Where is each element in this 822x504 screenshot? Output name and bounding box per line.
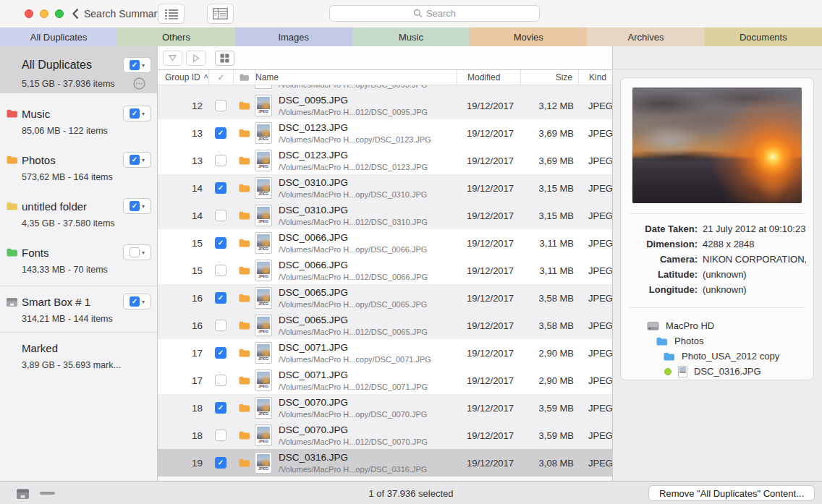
row-checkbox[interactable]: [215, 210, 226, 221]
path-tree-item-photos[interactable]: Photos: [621, 333, 813, 349]
list-view-button[interactable]: [158, 4, 185, 24]
sidebar-item-smart-box-1[interactable]: Smart Box # 1▾314,21 MB - 144 items: [0, 286, 157, 332]
check-cell: [208, 210, 233, 221]
name-cell: JPEGDSC_0071.JPG/Volumes/MacPro H...copy…: [255, 341, 457, 364]
table-row[interactable]: 15JPEGDSC_0066.JPG/Volumes/MacPro H...01…: [158, 257, 612, 284]
folder-cell: [233, 403, 255, 413]
mark-checkbox[interactable]: [130, 201, 140, 211]
file-name: DSC_0071.JPG: [279, 341, 431, 354]
sidebar-item-row: Smart Box # 1▾: [6, 293, 151, 310]
mark-dropdown-control[interactable]: ▾: [123, 294, 151, 309]
mark-checkbox[interactable]: [130, 155, 140, 165]
name-cell: JPEGDSC_0066.JPG/Volumes/MacPro H...opy/…: [255, 231, 457, 255]
path-tree-item-dsc-0316-jpg[interactable]: DSC_0316.JPG: [621, 364, 813, 379]
folder-cell: [233, 183, 255, 193]
minus-icon[interactable]: [40, 492, 55, 495]
tab-archives[interactable]: Archives: [587, 27, 704, 46]
column-header-size[interactable]: Size: [520, 70, 578, 85]
row-checkbox[interactable]: [215, 265, 226, 276]
mark-checkbox[interactable]: [130, 60, 140, 70]
table-row[interactable]: 12JPEGDSC_0095.JPG/Volumes/MacPro H...01…: [158, 92, 612, 119]
mark-dropdown-control[interactable]: ▾: [123, 198, 151, 214]
jpeg-thumbnail-icon: JPEG: [255, 122, 272, 144]
table-row[interactable]: 18JPEGDSC_0070.JPG/Volumes/MacPro H...01…: [158, 422, 612, 449]
table-row[interactable]: 16JPEGDSC_0065.JPG/Volumes/MacPro H...01…: [158, 312, 612, 339]
more-options-button[interactable]: [133, 77, 145, 90]
tab-music[interactable]: Music: [352, 27, 470, 46]
sidebar-item-photos[interactable]: Photos▾573,62 MB - 164 items: [0, 147, 157, 193]
row-checkbox[interactable]: [215, 457, 226, 469]
file-path-tree: MacPro HDPhotosPhoto_USA_2012 copyDSC_03…: [621, 315, 813, 379]
table-row[interactable]: 15JPEGDSC_0066.JPG/Volumes/MacPro H...op…: [158, 229, 612, 257]
table-row[interactable]: 13JPEGDSC_0123.JPG/Volumes/MacPro H...co…: [158, 119, 612, 147]
sidebar-item-untitled-folder[interactable]: untitled folder▾4,35 GB - 37.580 items: [0, 193, 157, 239]
column-header-name[interactable]: Name: [255, 70, 457, 85]
mark-dropdown-control[interactable]: ▾: [123, 152, 151, 168]
mark-checkbox[interactable]: [130, 247, 140, 257]
smart-box-add-icon[interactable]: [16, 487, 30, 500]
column-header-group-id[interactable]: Group ID^: [158, 70, 208, 85]
expand-groups-button[interactable]: [186, 51, 206, 66]
tab-images[interactable]: Images: [235, 27, 352, 46]
sidebar-item-marked[interactable]: Marked3,89 GB - 35.693 mark...: [0, 332, 157, 378]
group-view-button[interactable]: [215, 51, 234, 66]
tab-all-duplicates[interactable]: All Duplicates: [0, 27, 117, 46]
folder-icon: [238, 293, 250, 303]
search-input[interactable]: Search: [329, 5, 540, 22]
table-row[interactable]: 16JPEGDSC_0065.JPG/Volumes/MacPro H...op…: [158, 284, 612, 312]
table-row[interactable]: 14JPEGDSC_0310.JPG/Volumes/MacPro H...01…: [158, 202, 612, 229]
table-row[interactable]: 17JPEGDSC_0071.JPG/Volumes/MacPro H...01…: [158, 367, 612, 394]
column-header-checked[interactable]: ✓: [208, 70, 233, 85]
table-row[interactable]: 12JPEGDSC_0095.JPG/Volumes/MacPro H...op…: [158, 85, 612, 92]
sidebar-item-fonts[interactable]: Fonts▾143,33 MB - 70 items: [0, 239, 157, 286]
detail-view-button[interactable]: [207, 4, 234, 24]
minimize-button[interactable]: [40, 9, 48, 18]
folder-cell: [233, 238, 255, 248]
mark-dropdown-control[interactable]: ▾: [123, 106, 151, 121]
table-row[interactable]: 13JPEGDSC_0123.JPG/Volumes/MacPro H...01…: [158, 147, 612, 174]
name-lines: DSC_0123.JPG/Volumes/MacPro H...012/DSC_…: [279, 149, 428, 172]
row-checkbox[interactable]: [215, 320, 226, 331]
table-row[interactable]: 14JPEGDSC_0310.JPG/Volumes/MacPro H...op…: [158, 174, 612, 202]
path-tree-item-photo-usa-2012-copy[interactable]: Photo_USA_2012 copy: [621, 349, 813, 364]
name-lines: DSC_0065.JPG/Volumes/MacPro H...opy/DSC_…: [279, 286, 427, 309]
preview-panel: Date Taken:21 July 2012 at 09:10:23Dimen…: [613, 46, 822, 481]
row-checkbox[interactable]: [215, 237, 226, 249]
zoom-button[interactable]: [55, 9, 64, 18]
back-button[interactable]: Search Summary: [72, 0, 162, 27]
row-checkbox[interactable]: [215, 430, 226, 441]
tab-others[interactable]: Others: [117, 27, 234, 46]
tab-movies[interactable]: Movies: [470, 27, 587, 46]
jpeg-file-icon: [678, 366, 687, 377]
sidebar-item-all-duplicates[interactable]: All Duplicates▾5,15 GB - 37.936 items: [0, 46, 157, 93]
row-checkbox[interactable]: [215, 127, 226, 139]
table-row[interactable]: 17JPEGDSC_0071.JPG/Volumes/MacPro H...co…: [158, 339, 612, 367]
row-checkbox[interactable]: [215, 402, 226, 414]
collapse-groups-button[interactable]: [163, 51, 182, 66]
column-header-modified[interactable]: Modified: [457, 70, 520, 85]
group-id-cell: 14: [158, 183, 208, 194]
remove-content-button[interactable]: Remove "All Duplicates" Content...: [648, 485, 815, 501]
mark-checkbox[interactable]: [130, 296, 140, 307]
preview-card: Date Taken:21 July 2012 at 09:10:23Dimen…: [620, 77, 814, 380]
column-header-kind[interactable]: Kind: [578, 70, 612, 85]
sidebar-item-music[interactable]: Music▾85,06 MB - 122 items: [0, 101, 157, 147]
row-checkbox[interactable]: [215, 292, 226, 304]
row-checkbox[interactable]: [215, 100, 226, 111]
path-tree-item-macpro-hd[interactable]: MacPro HD: [621, 318, 813, 333]
row-checkbox[interactable]: [215, 347, 226, 359]
table-row[interactable]: 18JPEGDSC_0070.JPG/Volumes/MacPro H...op…: [158, 394, 612, 422]
tab-documents[interactable]: Documents: [705, 27, 822, 46]
table-row[interactable]: 19JPEGDSC_0316.JPG/Volumes/MacPro H...op…: [158, 449, 612, 477]
row-checkbox[interactable]: [215, 375, 226, 386]
mark-checkbox[interactable]: [130, 108, 140, 119]
row-checkbox[interactable]: [215, 182, 226, 194]
name-cell: JPEGDSC_0065.JPG/Volumes/MacPro H...012/…: [255, 314, 457, 337]
row-checkbox[interactable]: [215, 155, 226, 166]
column-header-folder[interactable]: [233, 70, 255, 85]
mark-dropdown-control[interactable]: ▾: [123, 244, 151, 260]
mark-dropdown-control[interactable]: ▾: [123, 57, 151, 73]
folder-icon: [238, 101, 250, 111]
close-button[interactable]: [25, 9, 33, 18]
file-path: /Volumes/MacPro H...opy/DSC_0066.JPG: [279, 244, 427, 255]
